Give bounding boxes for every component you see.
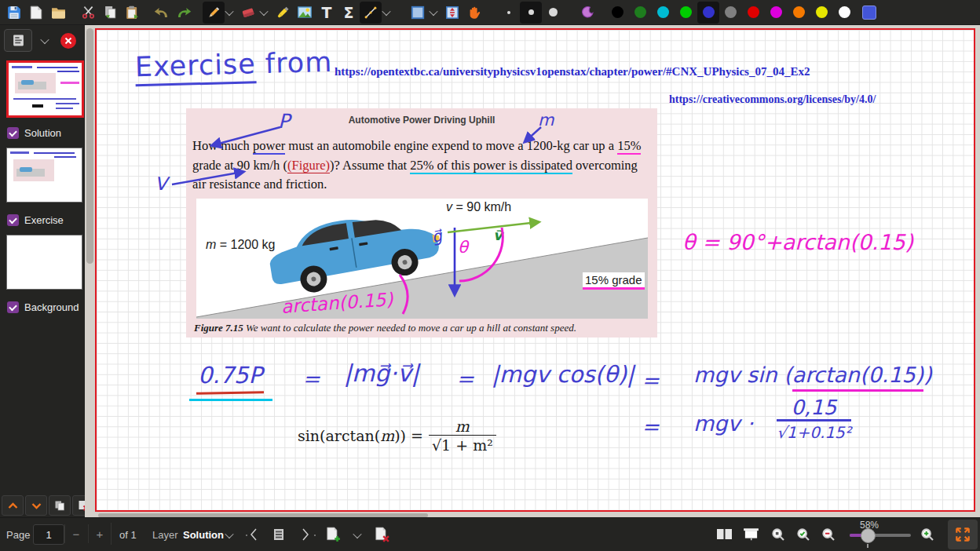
zoom-slider[interactable]	[850, 534, 911, 537]
color-magenta[interactable]	[770, 6, 782, 18]
annotation-P: P	[278, 110, 290, 133]
layer-row-solution[interactable]: Solution	[7, 127, 61, 139]
license-url: https://creativecommons.org/licenses/by/…	[669, 93, 876, 106]
sidebar-close-icon[interactable]	[60, 33, 76, 49]
checkbox-background[interactable]	[7, 301, 19, 313]
highlighter-tool-icon[interactable]	[272, 2, 294, 24]
math-tex-tool-icon[interactable]: Σ	[338, 2, 360, 24]
duplicate-layer-icon[interactable]	[49, 495, 71, 516]
add-page-chevron-icon[interactable]	[353, 530, 361, 538]
zoom-in-icon[interactable]	[920, 527, 934, 545]
pen-tool-icon[interactable]	[203, 2, 225, 24]
document-lines-icon	[12, 34, 25, 47]
layer-down-icon[interactable]	[25, 495, 47, 516]
color-dark-green[interactable]	[634, 6, 646, 18]
eq-term-2: |mgv cos(θ)|	[492, 361, 634, 388]
page-count-label: of 1	[119, 529, 137, 541]
page-decrement-button[interactable]: −	[64, 524, 87, 543]
checkbox-exercise[interactable]	[7, 214, 19, 226]
next-layer-icon[interactable]	[302, 527, 309, 545]
handwritten-heading: Exercise from	[135, 46, 333, 83]
fullscreen-button[interactable]	[948, 520, 978, 549]
layer-thumbnail-exercise[interactable]	[6, 148, 82, 203]
pen-options-chevron-icon[interactable]	[225, 6, 233, 15]
layer-row-background[interactable]: Background	[7, 301, 79, 313]
eraser-tool-icon[interactable]	[237, 2, 259, 24]
hill-and-car-drawing	[196, 199, 648, 319]
previous-layer-icon[interactable]	[250, 527, 258, 545]
checkbox-solution[interactable]	[7, 127, 19, 139]
zoom-original-icon[interactable]	[771, 527, 785, 545]
page-number-input[interactable]	[33, 524, 64, 545]
zoom-fit-icon[interactable]	[796, 527, 810, 545]
copy-icon[interactable]	[99, 2, 121, 24]
add-page-icon[interactable]	[325, 527, 341, 546]
layer-thumbnail-solution[interactable]	[6, 60, 84, 118]
presentation-mode-icon[interactable]	[743, 527, 759, 545]
color-green[interactable]	[680, 6, 692, 18]
shape-recognizer-icon[interactable]	[360, 2, 382, 24]
eq-lhs: 0.75P	[198, 362, 262, 389]
page-label: Page	[6, 529, 30, 541]
cut-icon[interactable]	[77, 2, 99, 24]
redo-icon[interactable]	[173, 2, 195, 24]
layer-thumbnail-background[interactable]	[6, 235, 82, 290]
zoom-slider-tick	[867, 544, 868, 548]
page-increment-button[interactable]: +	[88, 524, 111, 543]
eraser-type-icon[interactable]	[576, 2, 598, 24]
fullscreen-arrows-icon	[954, 526, 971, 543]
equals-3: =	[642, 368, 660, 392]
select-options-chevron-icon[interactable]	[429, 6, 437, 15]
vertical-space-tool-icon[interactable]	[441, 2, 463, 24]
dual-page-view-icon[interactable]	[716, 527, 733, 544]
paste-icon[interactable]	[121, 2, 143, 24]
new-document-icon[interactable]	[25, 2, 47, 24]
layer-label: Layer	[152, 529, 178, 541]
zoom-slider-handle[interactable]	[861, 528, 876, 543]
insert-image-icon[interactable]	[294, 2, 316, 24]
magenta-underlined-arctan: arctan(0.15)	[792, 363, 923, 392]
layer-up-icon[interactable]	[2, 495, 24, 516]
heading-word-from: from	[265, 46, 332, 79]
layer-row-exercise[interactable]: Exercise	[7, 214, 64, 226]
color-chooser-icon[interactable]	[862, 5, 876, 20]
equals-2: =	[456, 367, 474, 391]
figure-link[interactable]: (Figure)	[287, 158, 330, 173]
shape-options-chevron-icon[interactable]	[382, 6, 390, 15]
xournalpp-window: T Σ	[0, 0, 980, 551]
color-blue-selected[interactable]	[697, 2, 719, 24]
figure-7-15: v = 90 km/h m = 1200 kg g⃗ θ v⃗ 15% grad…	[196, 199, 648, 319]
equals-4: =	[642, 414, 660, 439]
eq-term-1: |mg⃗·v⃗|	[344, 359, 419, 387]
text-tool-icon[interactable]: T	[316, 2, 338, 24]
vertical-scrollbar-thumb[interactable]	[86, 28, 93, 264]
layer-selector-chevron-icon[interactable]	[225, 530, 233, 538]
notebook-page[interactable]: Exercise from https://opentextbc.ca/univ…	[95, 28, 975, 512]
source-url: https://opentextbc.ca/universityphysicsv…	[335, 65, 810, 78]
layer-preview-sidebar: Solution Exercise Background	[0, 25, 85, 518]
delete-page-icon[interactable]	[374, 527, 389, 546]
layer-overview-icon[interactable]	[272, 528, 285, 544]
undo-icon[interactable]	[151, 2, 173, 24]
sidebar-mode-chevron-icon[interactable]	[40, 35, 49, 43]
color-black[interactable]	[612, 6, 623, 18]
hand-tool-icon[interactable]	[463, 2, 485, 24]
select-rectangle-icon[interactable]	[407, 2, 429, 24]
color-yellow[interactable]	[816, 6, 828, 18]
color-orange[interactable]	[793, 6, 805, 18]
color-gray[interactable]	[725, 6, 737, 18]
color-cyan[interactable]	[657, 6, 669, 18]
sidebar-mode-button[interactable]	[4, 29, 32, 52]
stroke-thick-icon[interactable]	[542, 2, 564, 24]
eraser-options-chevron-icon[interactable]	[259, 6, 268, 15]
cyan-underline	[189, 399, 272, 401]
color-white[interactable]	[839, 6, 850, 18]
vertical-scrollbar[interactable]	[85, 25, 95, 518]
zoom-out-icon[interactable]	[821, 527, 836, 545]
color-red[interactable]	[748, 6, 759, 18]
save-icon[interactable]	[3, 2, 25, 24]
layer-selector[interactable]: Solution	[183, 529, 224, 541]
stroke-fine-icon[interactable]	[498, 2, 520, 24]
open-folder-icon[interactable]	[47, 2, 69, 24]
stroke-medium-icon[interactable]	[520, 2, 542, 24]
